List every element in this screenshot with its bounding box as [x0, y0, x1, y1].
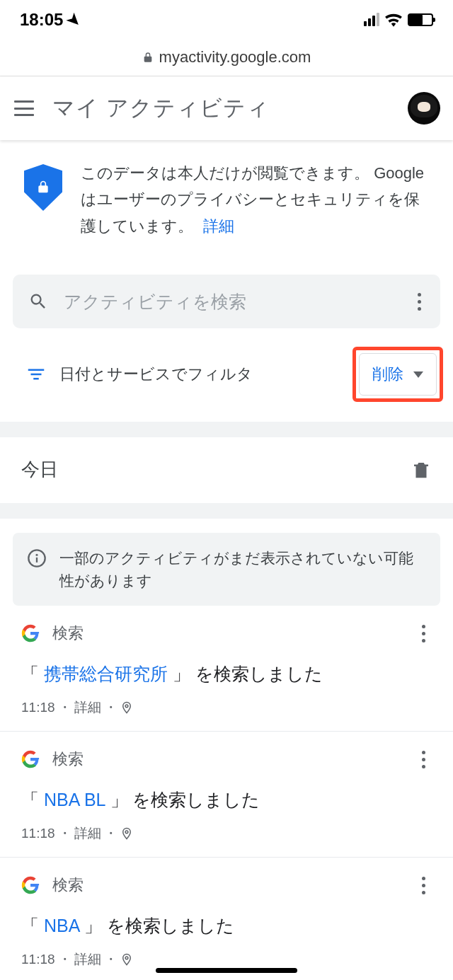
location-icon: ➤ — [63, 8, 85, 30]
filter-label[interactable]: 日付とサービスでフィルタ — [59, 364, 253, 385]
delete-highlight: 削除 — [352, 347, 443, 402]
trash-icon[interactable] — [411, 459, 432, 480]
info-icon — [27, 548, 47, 568]
activity-text: 「 携帯総合研究所 」 を検索しました — [21, 662, 432, 686]
today-label: 今日 — [21, 457, 58, 482]
activity-time: 11:18 — [21, 700, 55, 715]
google-icon — [21, 624, 40, 642]
section-divider — [0, 422, 453, 437]
url-text: myactivity.google.com — [159, 48, 311, 67]
delete-label: 削除 — [372, 364, 403, 385]
search-input[interactable]: アクティビティを検索 — [13, 275, 440, 328]
activity-query-link[interactable]: 携帯総合研究所 — [44, 664, 168, 684]
activity-query-link[interactable]: NBA BL — [44, 790, 105, 809]
activity-meta: 11:18 ・ 詳細 ・ — [21, 824, 432, 843]
status-time: 18:05 — [20, 10, 63, 30]
activity-details-link[interactable]: 詳細 — [74, 950, 101, 969]
svg-point-1 — [35, 554, 38, 556]
activity-service: 検索 — [52, 875, 84, 896]
search-placeholder: アクティビティを検索 — [64, 290, 411, 313]
activity-time: 11:18 — [21, 952, 55, 967]
page-title: マイ アクティビティ — [52, 93, 270, 123]
svg-point-3 — [125, 705, 128, 708]
browser-url-bar[interactable]: myactivity.google.com — [0, 39, 453, 76]
search-more-icon[interactable] — [411, 293, 428, 311]
filter-icon[interactable] — [25, 364, 47, 385]
activity-more-icon[interactable] — [415, 877, 432, 894]
activity-time: 11:18 — [21, 826, 55, 841]
location-pin-icon — [120, 701, 133, 714]
activity-more-icon[interactable] — [415, 751, 432, 768]
privacy-details-link[interactable]: 詳細 — [203, 217, 234, 235]
activity-details-link[interactable]: 詳細 — [74, 824, 101, 843]
activity-text: 「 NBA BL 」 を検索しました — [21, 788, 432, 812]
info-text: 一部のアクティビティがまだ表示されていない可能性があります — [59, 547, 426, 592]
svg-point-4 — [125, 831, 128, 834]
delete-button[interactable]: 削除 — [359, 353, 437, 396]
location-pin-icon — [120, 827, 133, 840]
activity-list: 検索 「 携帯総合研究所 」 を検索しました 11:18 ・ 詳細 ・ 検索 「… — [0, 606, 453, 980]
privacy-line1: このデータは本人だけが閲覧できます。 — [81, 164, 369, 182]
menu-icon[interactable] — [14, 100, 34, 116]
activity-item: 検索 「 NBA 」 を検索しました 11:18 ・ 詳細 ・ — [0, 858, 453, 980]
section-divider — [0, 503, 453, 519]
app-header: マイ アクティビティ — [0, 76, 453, 140]
lock-icon — [142, 52, 154, 63]
dropdown-icon — [413, 371, 423, 378]
shield-icon — [24, 164, 62, 211]
activity-meta: 11:18 ・ 詳細 ・ — [21, 698, 432, 717]
wifi-icon — [384, 13, 403, 27]
google-icon — [21, 750, 40, 768]
activity-more-icon[interactable] — [415, 625, 432, 642]
activity-query-link[interactable]: NBA — [44, 916, 79, 935]
activity-item: 検索 「 携帯総合研究所 」 を検索しました 11:18 ・ 詳細 ・ — [0, 606, 453, 732]
activity-details-link[interactable]: 詳細 — [74, 698, 101, 717]
activity-service: 検索 — [52, 749, 84, 770]
svg-rect-2 — [36, 558, 38, 563]
home-indicator — [156, 968, 297, 973]
activity-service: 検索 — [52, 623, 84, 644]
location-pin-icon — [120, 953, 133, 966]
activity-text: 「 NBA 」 を検索しました — [21, 914, 432, 938]
signal-icon — [364, 13, 379, 26]
google-icon — [21, 876, 40, 894]
activity-item: 検索 「 NBA BL 」 を検索しました 11:18 ・ 詳細 ・ — [0, 732, 453, 858]
filter-bar: 日付とサービスでフィルタ 削除 — [10, 347, 443, 422]
activity-meta: 11:18 ・ 詳細 ・ — [21, 950, 432, 969]
battery-icon — [408, 13, 433, 26]
info-banner: 一部のアクティビティがまだ表示されていない可能性があります — [13, 533, 440, 606]
privacy-notice: このデータは本人だけが閲覧できます。 Google はユーザーのプライバシーとセ… — [0, 160, 453, 239]
today-section-header: 今日 — [0, 437, 453, 503]
search-icon — [28, 292, 48, 311]
avatar[interactable] — [408, 92, 440, 125]
svg-point-5 — [125, 957, 128, 959]
status-bar: 18:05 ➤ — [0, 0, 453, 39]
